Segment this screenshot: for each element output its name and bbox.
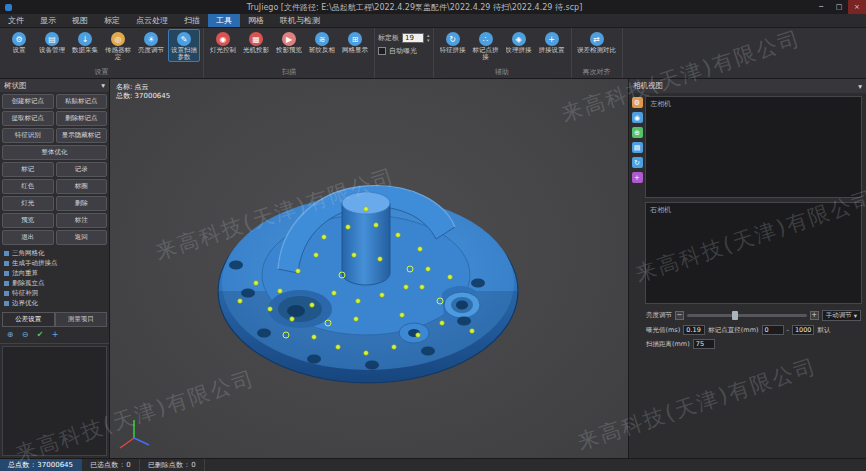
plus-icon: + [545, 32, 559, 46]
paste-marker-button[interactable]: 粘贴标记点 [56, 94, 108, 109]
data-collect-button[interactable]: ↓ 数据采集 [69, 29, 101, 62]
red-button[interactable]: 红色 [2, 179, 54, 194]
stepper-arrows-icon[interactable]: ▴▾ [427, 33, 430, 43]
chevron-down-icon[interactable]: ▾ [101, 81, 105, 90]
right-camera-view[interactable]: 右相机 [645, 202, 862, 304]
list-item[interactable]: 生成手动拼接点 [2, 259, 107, 268]
list-item[interactable]: 三角网格化 [2, 249, 107, 258]
device-manager-button[interactable]: ▤ 设备管理 [36, 29, 68, 62]
zoom-out-icon[interactable]: ⊖ [20, 330, 30, 340]
scan-controls: 亮度调节 − + 手动调节 ▾ 曝光值(ms) 0.19 标记点直径(mm) [645, 308, 862, 351]
error-compare-button[interactable]: ⇄ 误差检测对比 [575, 29, 619, 62]
close-button[interactable]: × [848, 0, 866, 14]
light-button[interactable]: 灯光 [2, 196, 54, 211]
auto-exposure-checkbox[interactable] [378, 47, 386, 55]
projector-button[interactable]: ▦ 光机投影 [240, 29, 272, 62]
left-panel-title: 树状图 [4, 81, 27, 91]
create-marker-button[interactable]: 创建标记点 [2, 94, 54, 109]
target-icon: ◎ [111, 32, 125, 46]
record-button[interactable]: 记录 [56, 162, 108, 177]
refresh-icon[interactable]: ↻ [632, 157, 643, 168]
deleted-points-status: 已删除点数: 0 [140, 459, 205, 471]
settings-button[interactable]: ⚙ 设置 [3, 29, 35, 62]
chevron-down-icon[interactable]: ▾ [858, 82, 862, 91]
tab-tolerance[interactable]: 公差设置 [2, 312, 55, 327]
marker-align-button[interactable]: ∴ 标记点拼接 [470, 29, 502, 62]
tab-measure[interactable]: 测量项目 [55, 312, 108, 327]
tab-tools[interactable]: 工具 [208, 14, 240, 27]
locate-icon[interactable]: + [50, 330, 60, 340]
tab-inspect[interactable]: 联机与检测 [272, 14, 328, 27]
feature-detect-button[interactable]: 特征识别 [2, 128, 54, 143]
zoom-in-icon[interactable]: ⊕ [5, 330, 15, 340]
window-title: TruJiego [文件路径: E:\品起航工程\2022.4.29泵盖配件\2… [17, 2, 812, 13]
compare-arrows-icon: ⇄ [590, 32, 604, 46]
exposure-label: 曝光值(ms) [646, 326, 680, 335]
camera-panel: 相机视图 ▾ ⚙ ◉ ⊕ ▤ ↻ + 左相机 右相机 [628, 79, 866, 458]
toggle-markers-button[interactable]: 显示隐藏标记 [56, 128, 108, 143]
button-label: 设置 [13, 47, 26, 61]
tolerance-list-area[interactable] [2, 346, 107, 456]
mesh-operations-list: 三角网格化 生成手动拼接点 法向重算 删除孤立点 特征补洞 边界优化 [0, 247, 109, 310]
tab-view[interactable]: 视图 [64, 14, 96, 27]
extract-marker-button[interactable]: 提取标记点 [2, 111, 54, 126]
marker-diameter-max-input[interactable]: 1000 [792, 325, 815, 335]
maximize-button[interactable]: □ [830, 0, 848, 14]
brightness-mode-select[interactable]: 手动调节 ▾ [822, 310, 861, 321]
scanned-model-3d[interactable] [110, 79, 628, 458]
layers-icon[interactable]: ▤ [632, 142, 643, 153]
align-settings-button[interactable]: + 拼接设置 [536, 29, 568, 62]
button-label: 纹理拼接 [506, 47, 532, 61]
brightness-button[interactable]: ☀ 亮度调节 [135, 29, 167, 62]
tab-mesh[interactable]: 网格 [240, 14, 272, 27]
button-label: 亮度调节 [138, 47, 164, 61]
delete-marker-button[interactable]: 删除标记点 [56, 111, 108, 126]
mark-button[interactable]: 标记 [2, 162, 54, 177]
scan-distance-input[interactable]: 75 [693, 339, 715, 349]
exit-button[interactable]: 退出 [2, 230, 54, 245]
global-optimize-button[interactable]: 整体优化 [2, 145, 107, 160]
texture-align-button[interactable]: ◈ 纹理拼接 [503, 29, 535, 62]
crosshair-icon[interactable]: ⊕ [632, 127, 643, 138]
back-button[interactable]: 返回 [56, 230, 108, 245]
camera-icon[interactable]: ◉ [632, 112, 643, 123]
brightness-plus-button[interactable]: + [810, 311, 819, 320]
marker-diameter-min-input[interactable]: 0 [762, 325, 784, 335]
brightness-minus-button[interactable]: − [675, 311, 684, 320]
confirm-check-icon[interactable]: ✔ [35, 330, 45, 340]
preview-small-button[interactable]: 预览 [2, 213, 54, 228]
tab-file[interactable]: 文件 [0, 14, 32, 27]
scan-params-button[interactable]: ✎ 设置扫描参数 [168, 29, 200, 62]
list-item[interactable]: 删除孤立点 [2, 279, 107, 288]
checkbox-label: 自动曝光 [389, 46, 417, 56]
remove-button[interactable]: 删除 [56, 196, 108, 211]
tab-scan[interactable]: 扫描 [176, 14, 208, 27]
brightness-slider[interactable] [687, 314, 807, 317]
tab-display[interactable]: 显示 [32, 14, 64, 27]
button-label: 数据采集 [72, 47, 98, 61]
tab-calibration[interactable]: 标定 [96, 14, 128, 27]
calibration-board-input[interactable]: 19 [402, 33, 424, 43]
list-item[interactable]: 法向重算 [2, 269, 107, 278]
lamp-control-button[interactable]: ◉ 灯光控制 [207, 29, 239, 62]
slider-thumb[interactable] [732, 311, 738, 320]
sensor-calibration-button[interactable]: ◎ 传感器标定 [102, 29, 134, 62]
stripe-invert-button[interactable]: ≋ 斑纹反相 [306, 29, 338, 62]
feature-align-button[interactable]: ↻ 特征拼接 [437, 29, 469, 62]
annotate-button[interactable]: 标注 [56, 213, 108, 228]
preview-button[interactable]: ▶ 投影预览 [273, 29, 305, 62]
circle-button[interactable]: 标圈 [56, 179, 108, 194]
viewport-3d[interactable]: 名称: 点云 总数: 37000645 [110, 79, 628, 458]
add-icon[interactable]: + [632, 172, 643, 183]
calibration-board-field: 标定板 19 ▴▾ [378, 33, 430, 43]
ribbon-group-label: 辅助 [437, 67, 568, 78]
default-note: 默认 [817, 326, 830, 335]
gear-icon[interactable]: ⚙ [632, 97, 643, 108]
left-camera-view[interactable]: 左相机 [645, 96, 862, 198]
tab-pointcloud[interactable]: 点云处理 [128, 14, 176, 27]
list-item[interactable]: 特征补洞 [2, 289, 107, 298]
list-item[interactable]: 边界优化 [2, 299, 107, 308]
exposure-input[interactable]: 0.19 [683, 325, 705, 335]
minimize-button[interactable]: ─ [812, 0, 830, 14]
grid-display-button[interactable]: ⊞ 网格显示 [339, 29, 371, 62]
